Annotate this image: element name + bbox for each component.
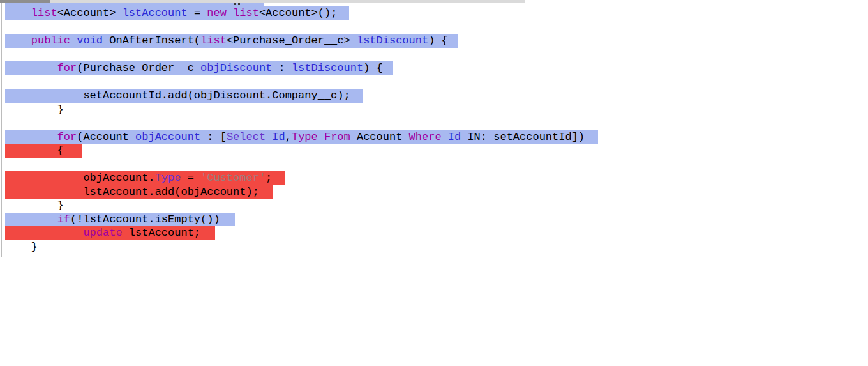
code-text: if(!lstAccount.isEmpty()) — [5, 213, 220, 227]
code-text: list<Account> lstAccount = new list<Acco… — [5, 6, 337, 20]
code-line[interactable]: for(Purchase_Order__c objDiscount : lstD… — [0, 61, 868, 75]
code-text: } — [5, 240, 38, 254]
editor-window: list<Account> lstAccount = new list<Acco… — [0, 0, 868, 366]
code-line[interactable]: } — [0, 103, 868, 117]
code-text: objAccount.Type = 'Customer'; — [5, 171, 272, 185]
code-line[interactable] — [0, 75, 868, 89]
code-line[interactable]: list<Account> lstAccount = new list<Acco… — [0, 6, 868, 20]
code-text: } — [5, 199, 64, 213]
code-text: } — [5, 103, 64, 117]
code-line[interactable] — [0, 48, 868, 62]
code-line[interactable]: } — [0, 240, 868, 254]
code-line[interactable]: lstAccount.add(objAccount); — [0, 185, 868, 199]
code-line[interactable]: } — [0, 199, 868, 213]
code-text: setAccountId.add(objDiscount.Company__c)… — [5, 89, 350, 103]
code-line[interactable] — [0, 116, 868, 130]
code-text: public void OnAfterInsert(list<Purchase_… — [5, 34, 448, 48]
code-line[interactable]: { — [0, 144, 868, 158]
code-text: update lstAccount; — [5, 226, 200, 240]
code-line[interactable]: setAccountId.add(objDiscount.Company__c)… — [0, 89, 868, 103]
code-line[interactable]: for(Account objAccount : [Select Id,Type… — [0, 130, 868, 144]
code-line[interactable]: if(!lstAccount.isEmpty()) — [0, 213, 868, 227]
code-text: for(Account objAccount : [Select Id,Type… — [5, 130, 585, 144]
code-line[interactable] — [0, 20, 868, 34]
code-line[interactable] — [0, 158, 868, 172]
code-text: for(Purchase_Order__c objDiscount : lstD… — [5, 61, 383, 75]
clipped-glyph-dots — [234, 3, 236, 5]
code-text: { — [5, 144, 64, 158]
clipped-glyph-dots — [238, 3, 240, 5]
code-line[interactable]: update lstAccount; — [0, 226, 868, 240]
code-text: lstAccount.add(objAccount); — [5, 185, 259, 199]
code-line[interactable]: objAccount.Type = 'Customer'; — [0, 171, 868, 185]
code-line[interactable]: public void OnAfterInsert(list<Purchase_… — [0, 34, 868, 48]
